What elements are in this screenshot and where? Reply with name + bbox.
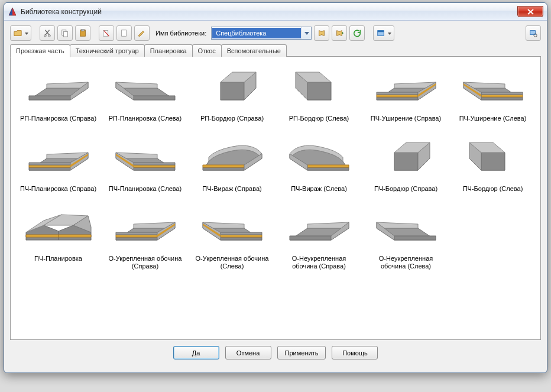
toolbar: Имя библиотеки: Спецбиблиотека bbox=[10, 25, 541, 41]
item-thumbnail bbox=[197, 135, 268, 182]
svg-marker-20 bbox=[134, 96, 175, 100]
tab-3[interactable]: Откос bbox=[192, 44, 222, 57]
help-button[interactable]: Помощь bbox=[332, 346, 378, 359]
library-item[interactable]: РП-Планировка (Справа) bbox=[18, 65, 99, 122]
library-item[interactable]: ПЧ-Планировка bbox=[18, 205, 99, 270]
item-thumbnail bbox=[458, 65, 529, 111]
tab-2[interactable]: Планировка bbox=[144, 44, 193, 57]
library-item[interactable]: ПЧ-Уширение (Слева) bbox=[452, 65, 533, 122]
book-prev-button[interactable] bbox=[314, 25, 329, 41]
window-title: Библиотека конструкций bbox=[21, 8, 102, 16]
item-thumbnail bbox=[197, 205, 268, 251]
item-label: О-Неукрепленная обочина (Справа) bbox=[279, 255, 359, 270]
library-combo-value: Спецбиблиотека bbox=[212, 28, 301, 38]
item-label: ПЧ-Планировка (Слева) bbox=[109, 185, 182, 193]
item-label: РП-Планировка (Слева) bbox=[109, 115, 182, 122]
svg-marker-48 bbox=[29, 163, 70, 165]
item-grid: РП-Планировка (Справа) РП-Планировка (Сл… bbox=[18, 65, 533, 270]
svg-marker-69 bbox=[481, 153, 505, 170]
view-menu-button[interactable] bbox=[373, 25, 394, 41]
titlebar: Библиотека конструкций bbox=[4, 3, 547, 21]
apply-button[interactable]: Применить bbox=[277, 346, 326, 359]
item-label: О-Укрепленная обочина (Справа) bbox=[105, 255, 185, 270]
svg-marker-27 bbox=[307, 82, 331, 100]
library-item[interactable]: О-Укрепленная обочина (Слева) bbox=[192, 205, 273, 270]
item-thumbnail bbox=[110, 65, 181, 111]
svg-marker-95 bbox=[290, 236, 331, 240]
svg-marker-58 bbox=[203, 167, 244, 170]
svg-marker-89 bbox=[221, 235, 262, 237]
delete-button[interactable] bbox=[99, 25, 114, 41]
item-thumbnail bbox=[371, 65, 442, 111]
library-item[interactable]: РП-Бордюр (Слева) bbox=[278, 65, 359, 122]
svg-marker-72 bbox=[26, 225, 59, 240]
item-thumbnail bbox=[23, 65, 94, 111]
svg-marker-65 bbox=[394, 153, 418, 170]
library-item[interactable]: РП-Планировка (Слева) bbox=[105, 65, 186, 122]
svg-marker-54 bbox=[134, 165, 175, 167]
svg-marker-83 bbox=[116, 232, 157, 235]
library-item[interactable]: ПЧ-Планировка (Справа) bbox=[18, 135, 99, 193]
item-label: ПЧ-Вираж (Справа) bbox=[202, 185, 261, 193]
item-label: ПЧ-Планировка (Справа) bbox=[20, 185, 96, 193]
svg-rect-5 bbox=[63, 31, 67, 37]
svg-rect-9 bbox=[122, 30, 127, 37]
refresh-button[interactable] bbox=[349, 25, 365, 41]
ok-button[interactable]: Да bbox=[173, 346, 219, 359]
item-label: РП-Бордюр (Справа) bbox=[200, 115, 264, 122]
item-label: ПЧ-Бордюр (Справа) bbox=[374, 185, 437, 193]
inspect-button[interactable] bbox=[526, 25, 541, 41]
dialog-buttons: Да Отмена Применить Помощь bbox=[10, 340, 541, 367]
item-thumbnail bbox=[23, 135, 94, 182]
library-combo[interactable]: Спецбиблиотека bbox=[211, 27, 312, 40]
svg-marker-62 bbox=[307, 165, 349, 167]
svg-marker-40 bbox=[481, 95, 523, 97]
svg-marker-53 bbox=[134, 167, 175, 170]
library-item[interactable]: ПЧ-Вираж (Справа) bbox=[192, 135, 273, 193]
tab-4[interactable]: Вспомогательные bbox=[221, 44, 287, 57]
svg-marker-47 bbox=[29, 165, 70, 167]
svg-marker-32 bbox=[377, 97, 418, 100]
book-next-button[interactable] bbox=[332, 25, 347, 41]
library-item[interactable]: ПЧ-Планировка (Слева) bbox=[105, 135, 186, 193]
svg-marker-23 bbox=[221, 82, 244, 100]
library-item[interactable]: ПЧ-Бордюр (Слева) bbox=[452, 135, 533, 193]
svg-marker-59 bbox=[203, 165, 244, 167]
dialog-window: Библиотека конструкций bbox=[4, 2, 547, 373]
item-thumbnail bbox=[371, 205, 442, 251]
library-label: Имя библиотеки: bbox=[155, 30, 206, 37]
svg-marker-77 bbox=[26, 235, 59, 237]
svg-marker-46 bbox=[29, 167, 70, 170]
library-item[interactable]: О-Неукрепленная обочина (Справа) bbox=[278, 205, 359, 270]
svg-marker-81 bbox=[116, 237, 157, 240]
library-item[interactable]: РП-Бордюр (Справа) bbox=[192, 65, 273, 122]
item-label: ПЧ-Бордюр (Слева) bbox=[463, 185, 523, 193]
item-label: РП-Планировка (Справа) bbox=[20, 115, 96, 122]
item-thumbnail bbox=[197, 65, 268, 111]
open-menu-button[interactable] bbox=[10, 25, 31, 41]
svg-rect-7 bbox=[81, 30, 84, 31]
item-thumbnail bbox=[284, 135, 355, 182]
edit-button[interactable] bbox=[134, 25, 150, 41]
library-item[interactable]: О-Укрепленная обочина (Справа) bbox=[105, 205, 186, 270]
cut-button[interactable] bbox=[40, 25, 55, 41]
cancel-button[interactable]: Отмена bbox=[225, 346, 271, 359]
tab-1[interactable]: Технический тротуар bbox=[70, 44, 145, 57]
item-label: ПЧ-Уширение (Справа) bbox=[371, 115, 441, 122]
item-thumbnail bbox=[284, 205, 355, 251]
library-item[interactable]: ПЧ-Вираж (Слева) bbox=[278, 135, 359, 193]
new-doc-button[interactable] bbox=[116, 25, 132, 41]
copy-button[interactable] bbox=[57, 25, 73, 41]
item-thumbnail bbox=[371, 135, 442, 182]
close-button[interactable] bbox=[517, 6, 543, 17]
item-label: ПЧ-Вираж (Слева) bbox=[291, 185, 347, 193]
library-item[interactable]: ПЧ-Уширение (Справа) bbox=[365, 65, 446, 122]
library-item[interactable]: ПЧ-Бордюр (Справа) bbox=[365, 135, 446, 193]
tab-0[interactable]: Проезжая часть bbox=[10, 44, 70, 57]
item-label: О-Неукрепленная обочина (Слева) bbox=[366, 255, 446, 270]
library-item[interactable]: О-Неукрепленная обочина (Слева) bbox=[365, 205, 446, 270]
item-label: ПЧ-Уширение (Слева) bbox=[459, 115, 527, 122]
paste-button[interactable] bbox=[75, 25, 90, 41]
item-label: РП-Бордюр (Слева) bbox=[289, 115, 349, 122]
svg-marker-90 bbox=[221, 232, 262, 235]
